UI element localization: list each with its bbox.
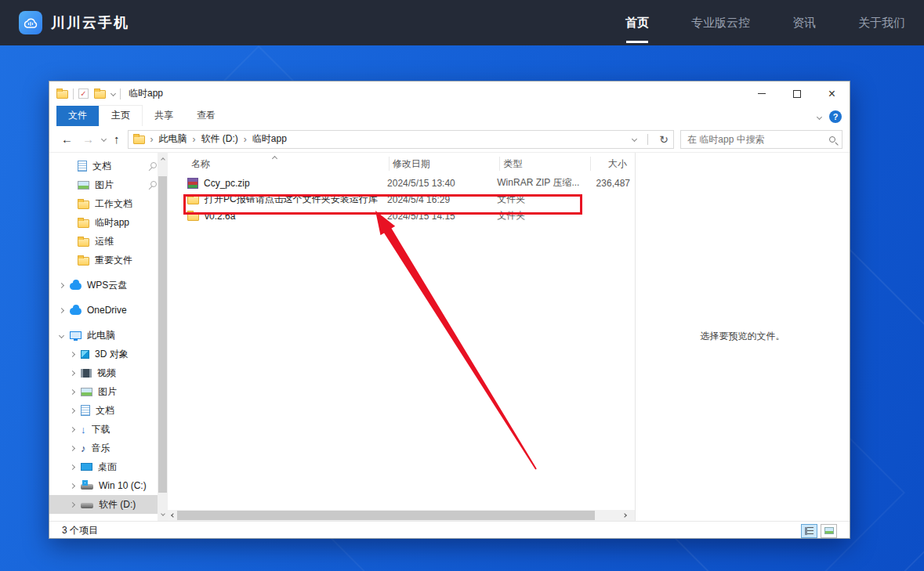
sidebar-item-important-files[interactable]: 重要文件: [49, 251, 168, 269]
file-list-pane: 名称 修改日期 类型 大小 Ccy_pc.zip 20: [168, 153, 635, 521]
address-dropdown-icon[interactable]: [632, 136, 637, 142]
maximize-button[interactable]: [779, 81, 814, 106]
nav-item-label: 首页: [625, 16, 649, 31]
column-header-size[interactable]: 大小: [591, 157, 635, 171]
window-titlebar[interactable]: ✓ 临时app ×: [49, 81, 850, 106]
sidebar-item-ops[interactable]: 运维: [49, 232, 168, 251]
horizontal-scrollbar[interactable]: [168, 510, 635, 521]
sidebar-item-documents[interactable]: 文档: [49, 401, 168, 420]
navigation-pane: 文档 图片 工作文档 临时app 运维 重要文件: [49, 153, 168, 521]
file-row-zip[interactable]: Ccy_pc.zip 2024/5/15 13:40 WinRAR ZIP 压缩…: [168, 175, 635, 191]
close-button[interactable]: ×: [814, 81, 850, 106]
forward-button[interactable]: →: [78, 132, 99, 146]
document-icon: [78, 161, 87, 172]
picture-icon: [78, 181, 89, 190]
recent-locations-icon[interactable]: [101, 136, 107, 142]
maximize-icon: [793, 90, 801, 98]
tab-view[interactable]: 查看: [185, 106, 227, 126]
thumbnail-view-button[interactable]: [821, 524, 837, 538]
breadcrumb-current-folder[interactable]: 临时app: [252, 132, 287, 146]
expand-icon[interactable]: [69, 407, 74, 413]
brand-logo[interactable]: [19, 11, 42, 34]
document-icon: [81, 405, 90, 416]
nav-item-news[interactable]: 资讯: [792, 0, 816, 45]
expand-icon[interactable]: [69, 464, 74, 469]
expand-icon[interactable]: [69, 351, 74, 356]
sidebar-item-label: 软件 (D:): [99, 498, 136, 511]
scroll-down-icon[interactable]: [158, 508, 168, 519]
expand-icon[interactable]: [58, 282, 63, 287]
tab-share[interactable]: 共享: [143, 106, 185, 126]
search-box[interactable]: [680, 130, 842, 149]
collapse-ribbon-icon[interactable]: [817, 114, 822, 119]
sidebar-item-onedrive[interactable]: OneDrive: [49, 301, 168, 320]
collapse-icon[interactable]: [58, 332, 63, 338]
refresh-button[interactable]: ↻: [659, 133, 669, 146]
nav-item-home[interactable]: 首页: [625, 0, 649, 45]
help-button[interactable]: ?: [829, 110, 842, 123]
expand-icon[interactable]: [69, 370, 74, 375]
search-input[interactable]: [687, 134, 829, 145]
expand-icon[interactable]: [69, 388, 74, 394]
expand-icon[interactable]: [58, 307, 63, 313]
tab-home[interactable]: 主页: [99, 105, 143, 126]
close-icon: ×: [828, 90, 835, 98]
sidebar-item-temp-app[interactable]: 临时app: [49, 213, 168, 232]
desktop-icon: [81, 463, 92, 471]
sidebar-item-music[interactable]: ♪ 音乐: [49, 439, 168, 457]
scroll-right-icon[interactable]: [619, 514, 630, 517]
details-view-button[interactable]: [801, 524, 817, 538]
sidebar-item-downloads[interactable]: ↓ 下载: [49, 420, 168, 439]
sidebar-scrollbar[interactable]: [158, 153, 168, 521]
nav-item-label: 关于我们: [858, 16, 905, 31]
expand-icon[interactable]: [69, 501, 74, 507]
expand-icon[interactable]: [69, 426, 74, 432]
view-buttons: [801, 524, 837, 538]
expand-icon[interactable]: [69, 445, 74, 450]
expand-icon[interactable]: [69, 482, 74, 488]
items-count: 3 个项目: [62, 524, 98, 537]
file-row-runtime-folder[interactable]: 打开PC报错请点击这个文件夹安装运行库 2024/5/4 16:29 文件夹: [168, 191, 635, 208]
scroll-up-icon[interactable]: [158, 154, 168, 165]
column-header-date[interactable]: 修改日期: [390, 157, 501, 171]
breadcrumb-this-pc[interactable]: 此电脑: [159, 132, 187, 146]
sidebar-item-drive-c[interactable]: Win 10 (C:): [49, 476, 168, 495]
sidebar-item-label: 下载: [92, 423, 111, 436]
folder-icon[interactable]: [94, 90, 106, 99]
folder-icon: [187, 212, 199, 221]
column-header-type[interactable]: 类型: [500, 157, 591, 171]
up-button[interactable]: ↑: [109, 132, 125, 146]
sidebar-item-desktop[interactable]: 桌面: [49, 457, 168, 476]
sidebar-item-label: 临时app: [95, 216, 129, 229]
site-menu: 首页 专业版云控 资讯 关于我们: [583, 0, 905, 45]
active-underline: [626, 41, 648, 43]
sidebar-item-work-docs[interactable]: 工作文档: [49, 194, 168, 213]
quick-access-dropdown-icon[interactable]: [111, 91, 116, 96]
sidebar-item-wps-cloud[interactable]: WPS云盘: [49, 276, 168, 295]
video-icon: [81, 369, 92, 378]
column-header-name[interactable]: 名称: [179, 157, 390, 171]
system-drive-icon: [81, 484, 93, 490]
sidebar-item-documents-qa[interactable]: 文档: [49, 157, 168, 175]
address-box[interactable]: › 此电脑 › 软件 (D:) › 临时app ↻: [128, 130, 675, 149]
tab-file[interactable]: 文件: [56, 106, 99, 126]
sidebar-item-videos[interactable]: 视频: [49, 363, 168, 382]
minimize-button[interactable]: [744, 81, 779, 106]
sidebar-item-pictures-qa[interactable]: 图片: [49, 175, 168, 194]
breadcrumb-drive-d[interactable]: 软件 (D:): [201, 132, 238, 146]
sidebar-item-3d-objects[interactable]: 3D 对象: [49, 345, 168, 363]
quick-access-check-icon[interactable]: ✓: [78, 89, 89, 99]
window-title: 临时app: [129, 87, 163, 100]
sidebar-item-this-pc[interactable]: 此电脑: [49, 326, 168, 345]
scrollbar-thumb[interactable]: [177, 511, 595, 520]
ribbon-tabs: 文件 主页 共享 查看 ?: [49, 106, 850, 126]
file-date: 2024/5/4 16:29: [387, 194, 497, 205]
sidebar-item-label: 文档: [96, 404, 114, 417]
back-button[interactable]: ←: [56, 132, 78, 146]
sidebar-item-pictures[interactable]: 图片: [49, 382, 168, 401]
nav-item-about-us[interactable]: 关于我们: [858, 0, 905, 45]
file-row-version-folder[interactable]: v0.2.6a 2024/5/15 14:15 文件夹: [168, 208, 635, 224]
scrollbar-thumb[interactable]: [158, 176, 167, 493]
sidebar-item-drive-d[interactable]: 软件 (D:): [49, 495, 168, 514]
nav-item-pro-cloud-control[interactable]: 专业版云控: [691, 0, 750, 45]
